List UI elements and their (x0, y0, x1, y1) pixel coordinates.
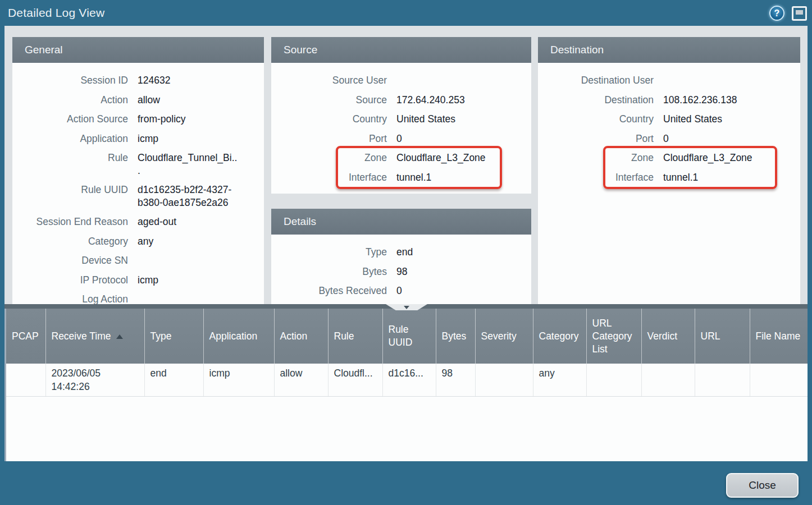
panel-general-body: Session ID124632 Actionallow Action Sour… (12, 63, 264, 304)
field-row-source-country: CountryUnited States (271, 109, 531, 129)
cell-pcap (6, 364, 45, 397)
cell-application: icmp (203, 364, 274, 397)
field-row-application: Applicationicmp (12, 129, 264, 149)
field-value: d1c16235-b2f2-4327-b380-0ae1875e2a26 (138, 183, 245, 209)
window-icon[interactable] (792, 6, 807, 21)
page-title: Detailed Log View (8, 6, 104, 20)
field-row-session-end-reason: Session End Reasonaged-out (12, 212, 264, 232)
panel-destination-header: Destination (538, 37, 800, 63)
chevron-down-icon (404, 306, 409, 309)
field-value: 0 (396, 132, 531, 145)
field-value: icmp (138, 132, 245, 145)
dialog-footer: Close (0, 461, 812, 505)
column-header-rule-uuid[interactable]: Rule UUID (382, 309, 436, 364)
field-value: 172.64.240.253 (396, 94, 531, 107)
highlight-box-destination-zone-interface (603, 146, 777, 189)
sort-ascending-icon (116, 334, 123, 339)
log-row[interactable]: 2023/06/05 14:42:26 end icmp allow Cloud… (6, 364, 808, 397)
panels-region: General Session ID124632 Actionallow Act… (4, 26, 808, 304)
question-mark-glyph: ? (774, 8, 780, 19)
column-header-verdict[interactable]: Verdict (641, 309, 695, 364)
field-label: IP Protocol (12, 274, 128, 287)
field-row-rule: RuleCloudflare_Tunnel_Bi... (12, 148, 264, 180)
column-header-type[interactable]: Type (144, 309, 203, 364)
window-icon-screen (796, 10, 803, 15)
field-row-destination-country: CountryUnited States (538, 109, 800, 129)
dialog-content: General Session ID124632 Actionallow Act… (4, 26, 808, 461)
field-row-ip-protocol: IP Protocolicmp (12, 270, 264, 290)
field-value: 124632 (138, 74, 245, 87)
column-header-file-name[interactable]: File Name (750, 309, 808, 364)
field-row-log-action: Log Action (12, 290, 264, 304)
cell-rule-uuid: d1c16... (382, 364, 436, 397)
cell-receive-time: 2023/06/05 14:42:26 (45, 364, 144, 397)
field-row-destination-user: Destination User (538, 71, 800, 90)
column-header-action[interactable]: Action (274, 309, 328, 364)
column-header-category[interactable]: Category (533, 309, 586, 364)
splitter-bar[interactable] (4, 304, 808, 309)
field-label: Category (12, 235, 128, 248)
table-header-row: PCAP Receive Time Type Application Actio… (6, 309, 808, 364)
field-value: 0 (396, 284, 531, 297)
field-label: Action (12, 94, 128, 107)
log-table-area: PCAP Receive Time Type Application Actio… (4, 309, 808, 461)
field-value: United States (663, 113, 800, 126)
field-value: Cloudflare_Tunnel_Bi... (138, 152, 245, 177)
panel-source-header: Source (271, 37, 531, 63)
panel-general-header: General (12, 37, 264, 63)
column-header-receive-time[interactable]: Receive Time (45, 309, 144, 364)
field-label: Application (12, 132, 128, 145)
panel-general: General Session ID124632 Actionallow Act… (12, 37, 264, 304)
field-label: Device SN (12, 254, 128, 267)
field-row-device-sn: Device SN (12, 251, 264, 270)
column-header-bytes[interactable]: Bytes (436, 309, 475, 364)
column-header-severity[interactable]: Severity (475, 309, 533, 364)
cell-rule: Cloudfl... (328, 364, 382, 397)
field-label: Port (538, 132, 654, 145)
field-label: Country (271, 113, 387, 126)
field-row-source-port: Port0 (271, 129, 531, 149)
column-header-url[interactable]: URL (695, 309, 750, 364)
field-row-bytes-received: Bytes Received0 (271, 281, 531, 301)
close-button[interactable]: Close (726, 473, 799, 498)
field-label: Country (538, 113, 654, 126)
column-header-rule[interactable]: Rule (328, 309, 382, 364)
field-row-destination: Destination108.162.236.138 (538, 90, 800, 110)
field-label: Destination (538, 94, 654, 107)
field-row-bytes: Bytes98 (271, 262, 531, 282)
field-label: Rule (12, 152, 128, 164)
field-label: Source User (271, 74, 387, 87)
field-value: any (138, 235, 245, 248)
field-label: Rule UUID (12, 183, 128, 196)
column-header-application[interactable]: Application (203, 309, 274, 364)
field-row-action: Actionallow (12, 90, 264, 110)
field-label: Log Action (12, 293, 128, 304)
field-value: United States (396, 113, 531, 126)
field-value: icmp (138, 274, 245, 287)
field-row-source-user: Source User (271, 71, 531, 90)
field-value: 98 (396, 265, 531, 278)
panel-details-header: Details (271, 209, 531, 235)
field-label: Source (271, 94, 387, 107)
help-icon[interactable]: ? (769, 6, 784, 21)
field-label: Type (271, 246, 387, 259)
cell-action: allow (274, 364, 328, 397)
field-label: Session End Reason (12, 215, 128, 228)
field-row-session-id: Session ID124632 (12, 71, 264, 90)
field-label: Bytes Received (271, 284, 387, 297)
column-header-label: Receive Time (52, 330, 111, 342)
cell-severity (475, 364, 533, 397)
cell-bytes: 98 (436, 364, 475, 397)
field-value: end (396, 246, 531, 259)
field-label: Port (271, 132, 387, 145)
highlight-box-source-zone-interface (336, 146, 502, 189)
cell-category: any (533, 364, 586, 397)
cell-type: end (144, 364, 203, 397)
column-header-pcap[interactable]: PCAP (6, 309, 45, 364)
titlebar-icons: ? (769, 6, 807, 21)
field-value: 0 (663, 132, 800, 145)
field-label: Session ID (12, 74, 128, 87)
column-header-url-category-list[interactable]: URL Category List (586, 309, 641, 364)
field-row-rule-uuid: Rule UUIDd1c16235-b2f2-4327-b380-0ae1875… (12, 180, 264, 212)
field-label: Bytes (271, 265, 387, 278)
